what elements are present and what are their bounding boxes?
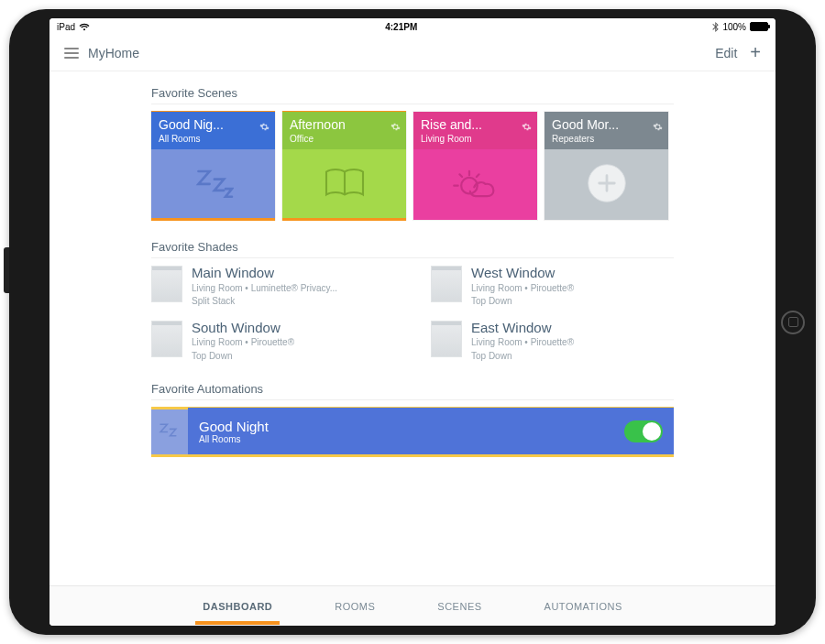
- bluetooth-icon: [712, 22, 719, 32]
- automation-title: Good Night: [199, 419, 663, 434]
- scene-card-rise-and-shine[interactable]: Rise and... Living Room: [413, 112, 537, 220]
- shade-thumb-icon: [151, 266, 182, 302]
- automation-item-good-night[interactable]: Good Night All Rooms: [151, 408, 674, 455]
- tab-dashboard[interactable]: DASHBOARD: [199, 588, 276, 625]
- section-title-automations: Favorite Automations: [151, 377, 674, 400]
- scene-title: Afternoon: [290, 118, 399, 132]
- disc-icon: [586, 162, 628, 208]
- sunrise-icon: [451, 163, 500, 207]
- tab-automations[interactable]: AUTOMATIONS: [541, 588, 626, 625]
- gear-icon[interactable]: [522, 119, 532, 136]
- ipad-frame: iPad 4:21PM 100% MyHome: [9, 9, 816, 635]
- tab-rooms[interactable]: ROOMS: [331, 588, 379, 625]
- scene-card-good-morning[interactable]: Good Mor... Repeaters: [544, 112, 668, 220]
- shade-detail: Living Room • Luminette® Privacy...: [192, 283, 337, 295]
- device-label: iPad: [57, 22, 75, 32]
- shade-detail: Living Room • Pirouette®: [471, 337, 574, 349]
- battery-pct: 100%: [722, 22, 746, 32]
- toggle-knob: [643, 422, 661, 441]
- edit-button[interactable]: Edit: [715, 46, 737, 60]
- gear-icon[interactable]: [653, 119, 663, 136]
- battery-icon: [750, 22, 768, 31]
- gear-icon[interactable]: [390, 119, 401, 136]
- scene-card-good-night[interactable]: Good Nig... All Rooms: [151, 112, 275, 220]
- status-time: 4:21PM: [385, 22, 417, 32]
- shade-detail: Top Down: [471, 351, 574, 363]
- shade-item-south-window[interactable]: South Window Living Room • Pirouette® To…: [151, 321, 394, 363]
- app-header: MyHome Edit +: [50, 35, 776, 71]
- scene-subtitle: Living Room: [421, 134, 530, 144]
- automation-toggle[interactable]: [624, 420, 663, 442]
- shade-detail: Top Down: [471, 296, 574, 308]
- content-scroll[interactable]: Favorite Scenes Good Nig... All Rooms: [50, 71, 776, 585]
- shade-detail: Split Stack: [192, 296, 337, 308]
- tab-bar: DASHBOARD ROOMS SCENES AUTOMATIONS: [50, 585, 776, 626]
- wifi-icon: [79, 23, 90, 31]
- shade-thumb-icon: [151, 321, 182, 357]
- automation-subtitle: All Rooms: [199, 434, 663, 444]
- home-button[interactable]: [781, 311, 805, 334]
- status-bar: iPad 4:21PM 100%: [50, 18, 776, 35]
- shade-name: South Window: [192, 321, 294, 336]
- scene-title: Good Nig...: [159, 118, 268, 132]
- scene-title: Rise and...: [421, 118, 530, 132]
- tab-scenes[interactable]: SCENES: [434, 588, 485, 625]
- shade-name: West Window: [471, 266, 574, 281]
- scene-subtitle: Repeaters: [552, 134, 661, 144]
- shade-detail: Living Room • Pirouette®: [471, 283, 574, 295]
- shade-item-main-window[interactable]: Main Window Living Room • Luminette® Pri…: [151, 266, 394, 308]
- shade-item-west-window[interactable]: West Window Living Room • Pirouette® Top…: [431, 266, 674, 308]
- shade-item-east-window[interactable]: East Window Living Room • Pirouette® Top…: [431, 321, 674, 363]
- scene-subtitle: Office: [290, 134, 399, 144]
- section-title-scenes: Favorite Scenes: [151, 81, 674, 104]
- shade-thumb-icon: [431, 266, 462, 302]
- shade-name: Main Window: [192, 266, 337, 281]
- scene-title: Good Mor...: [552, 118, 661, 132]
- scene-card-afternoon[interactable]: Afternoon Office: [282, 112, 406, 220]
- shades-grid: Main Window Living Room • Luminette® Pri…: [151, 266, 674, 362]
- scene-subtitle: All Rooms: [159, 134, 268, 144]
- gear-icon[interactable]: [259, 119, 270, 136]
- screen: iPad 4:21PM 100% MyHome: [50, 18, 776, 626]
- book-icon: [322, 165, 368, 205]
- menu-icon[interactable]: [64, 48, 79, 59]
- sleep-icon: [193, 165, 234, 205]
- scenes-row: Good Nig... All Rooms: [151, 112, 674, 220]
- add-button[interactable]: +: [750, 42, 761, 63]
- automation-thumb: [151, 408, 188, 455]
- shade-thumb-icon: [431, 321, 462, 357]
- section-title-shades: Favorite Shades: [151, 235, 674, 258]
- shade-detail: Top Down: [192, 351, 294, 363]
- page-title: MyHome: [88, 46, 139, 60]
- shade-detail: Living Room • Pirouette®: [192, 337, 294, 349]
- shade-name: East Window: [471, 321, 574, 336]
